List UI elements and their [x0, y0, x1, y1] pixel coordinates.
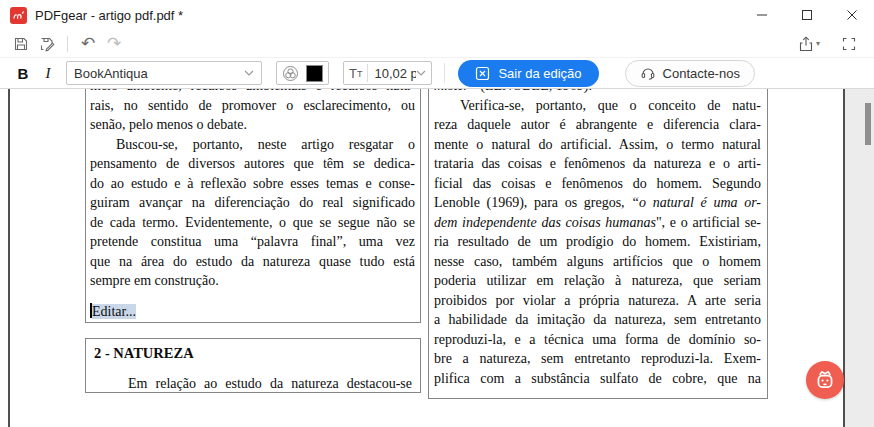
text-line: dem independente das coisas humanas", e …	[434, 213, 761, 233]
font-family-value: BookAntiqua	[74, 66, 148, 81]
text-line: que na área do estudo da natureza quase …	[90, 252, 415, 272]
save-as-button[interactable]	[34, 32, 60, 56]
text-line: do ao estudo e à reflexão sobre esses te…	[90, 174, 415, 194]
titlebar: PDFgear - artigo pdf.pdf *	[0, 0, 874, 30]
redo-icon: ↷	[107, 35, 121, 52]
text-line: Buscou-se, portanto, neste artigo resgat…	[90, 135, 415, 155]
font-color-picker[interactable]	[276, 61, 329, 85]
edit-placeholder-row: Editar...	[90, 302, 415, 322]
save-icon	[13, 36, 29, 52]
text-line: ficial das coisas e fenômenos do homem. …	[434, 174, 761, 194]
robot-icon	[813, 368, 837, 392]
exit-edit-icon	[475, 66, 490, 81]
color-wheel-icon	[282, 65, 299, 82]
font-size-select[interactable]: TT 10,02 p	[343, 61, 432, 85]
text-line: meio ambiente, recursos ambientais e rec…	[90, 89, 415, 96]
text-line: bre a natureza, sem entretanto reproduzi…	[434, 349, 761, 369]
section-heading: 2 - NATUREZA	[94, 344, 412, 364]
text-line: Lenoble (1969), para os gregos, “o natur…	[434, 193, 761, 213]
section-first-line: Em relação ao estudo da natureza destaco…	[94, 374, 412, 394]
share-button[interactable]: ▾	[798, 36, 820, 52]
text-line: reproduzi-la, e a técnica uma forma de d…	[434, 330, 761, 350]
share-icon	[798, 36, 814, 52]
chevron-down-icon	[416, 70, 426, 76]
color-swatch[interactable]	[306, 65, 323, 82]
text-line: poderia utilizar em relação à natureza, …	[434, 271, 761, 291]
text-line: reza daquele autor é abrangente e difere…	[434, 115, 761, 135]
text-line: nesse caso, também alguns artifícios que…	[434, 252, 761, 272]
size-divider	[367, 64, 368, 82]
toolbar-separator	[67, 36, 68, 52]
headset-icon	[640, 65, 656, 81]
text-line: Verifica-se, portanto, que o conceito de…	[434, 96, 761, 116]
font-size-icon: TT	[349, 67, 362, 80]
save-button[interactable]	[8, 32, 34, 56]
exit-edit-label: Sair da edição	[498, 66, 581, 81]
pdfgear-window: PDFgear - artigo pdf.pdf *	[0, 0, 874, 427]
undo-button[interactable]: ↶	[75, 32, 101, 56]
italic-button[interactable]: I	[36, 65, 60, 82]
chevron-down-icon	[244, 70, 254, 76]
text-line: pretende constitua uma “palavra final”, …	[90, 232, 415, 252]
share-caret-icon: ▾	[816, 39, 820, 48]
contact-us-label: Contacte-nos	[663, 66, 740, 81]
pdfgear-logo-icon	[10, 7, 27, 24]
toolbar-separator	[444, 63, 445, 83]
text-line: pensamento de diversos autores que têm s…	[90, 154, 415, 174]
save-as-icon	[39, 36, 55, 52]
vertical-scrollbar[interactable]	[845, 89, 874, 427]
scrollbar-thumb[interactable]	[865, 103, 871, 145]
document-viewport: meio ambiente, recursos ambientais e rec…	[0, 89, 874, 427]
minimize-button[interactable]	[739, 0, 784, 30]
text-line: guiram avançar na diferenciação do real …	[90, 193, 415, 213]
font-family-select[interactable]: BookAntiqua	[66, 61, 262, 85]
maximize-icon	[801, 9, 813, 21]
redo-button[interactable]: ↷	[101, 32, 127, 56]
contact-us-button[interactable]: Contacte-nos	[625, 60, 755, 87]
text-line: proibidos por violar a própria natureza.…	[434, 291, 761, 311]
text-line: ria resultado de um prodígio do homem. E…	[434, 232, 761, 252]
fullscreen-button[interactable]	[836, 32, 862, 56]
text-line: trataria das coisas e fenômenos da natur…	[434, 154, 761, 174]
page-left-edge	[8, 89, 10, 427]
minimize-icon	[756, 9, 768, 21]
maximize-button[interactable]	[784, 0, 829, 30]
text-box-left-paragraphs[interactable]: meio ambiente, recursos ambientais e rec…	[85, 89, 421, 323]
ai-assistant-button[interactable]	[806, 361, 844, 399]
text-line: de cada termo. Evidentemente, o que se s…	[90, 213, 415, 233]
font-size-value: 10,02 p	[374, 66, 416, 81]
quick-toolbar: ↶ ↷ ▾	[0, 30, 874, 58]
text-line: plifica com a substância sulfato de cobr…	[434, 369, 761, 389]
bold-button[interactable]: B	[10, 65, 36, 82]
fullscreen-icon	[842, 37, 856, 51]
edit-placeholder[interactable]: Editar...	[92, 304, 136, 319]
close-button[interactable]	[829, 0, 874, 30]
window-title: PDFgear - artigo pdf.pdf *	[35, 8, 183, 23]
text-line: senão, pelo menos o debate.	[90, 115, 415, 135]
exit-edit-button[interactable]: Sair da edição	[458, 60, 598, 87]
text-box-right-paragraphs[interactable]: mister” (LENOBLE, 1969).Verifica-se, por…	[428, 89, 768, 399]
text-box-section-natureza[interactable]: 2 - NATUREZA Em relação ao estudo da nat…	[85, 338, 421, 393]
text-line: mente o natural do artificial. Assim, o …	[434, 135, 761, 155]
text-line: rais, no sentido de promover o esclareci…	[90, 96, 415, 116]
window-controls	[739, 0, 874, 30]
text-line: a habilidade da imitação da natureza, se…	[434, 310, 761, 330]
close-icon	[846, 9, 858, 21]
undo-icon: ↶	[81, 35, 95, 52]
text-line: sempre em construção.	[90, 271, 415, 291]
format-toolbar: B I BookAntiqua TT 10,02 p Sair da ediçã…	[0, 58, 874, 89]
quickbar-right-group: ▾	[798, 32, 862, 56]
